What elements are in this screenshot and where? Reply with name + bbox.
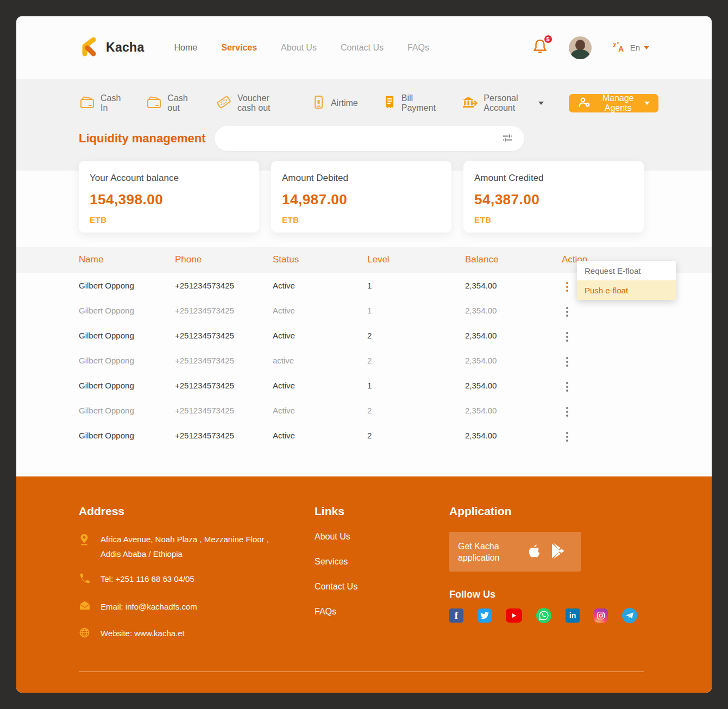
card-amount: 154,398.00 [90, 191, 248, 208]
service-cash-out[interactable]: Cash out [146, 93, 191, 113]
column-header-name: Name [79, 254, 175, 265]
cell-level: 1 [367, 306, 465, 315]
cell-status: Active [273, 281, 367, 290]
search-input[interactable] [227, 126, 500, 151]
column-header-phone: Phone [175, 254, 273, 265]
footer-link-services[interactable]: Services [315, 557, 449, 567]
brand-logo[interactable]: Kacha [79, 36, 145, 60]
footer-link-faqs[interactable]: FAQs [315, 607, 449, 617]
page-footer: Address Africa Avenue, Noah Plaza , Mezz… [16, 476, 712, 693]
address-website: Website: www.kacha.et [79, 626, 315, 643]
links-title: Links [315, 505, 449, 518]
cell-balance: 2,354.00 [465, 431, 562, 440]
globe-icon [79, 626, 91, 643]
get-app-card: Get Kacha application [449, 532, 581, 572]
footer-links-column: Links About Us Services Contact Us FAQs [315, 505, 449, 653]
amount-credited-card: Amount Credited 54,387.00 ETB [463, 161, 644, 233]
social-icons-row: f in [449, 608, 644, 623]
services-row: Cash In Cash out [79, 93, 658, 113]
agent-gear-icon [578, 96, 592, 110]
svg-text:z: z [613, 41, 617, 49]
service-cash-in[interactable]: Cash In [79, 93, 121, 113]
service-label: Bill Payment [401, 93, 436, 113]
wallet-icon [146, 95, 162, 112]
cell-level: 2 [367, 331, 465, 340]
cell-phone: +251234573425 [175, 381, 273, 390]
footer-link-about-us[interactable]: About Us [315, 532, 449, 542]
filter-button[interactable] [500, 131, 514, 147]
row-actions-kebab[interactable] [562, 380, 573, 394]
chevron-down-icon [538, 102, 544, 105]
service-voucher-cash-out[interactable]: Voucher cash out [216, 93, 286, 113]
service-airtime[interactable]: Airtime [311, 95, 358, 112]
kacha-logo-icon [79, 36, 101, 60]
cell-name: Gilbert Oppong [79, 281, 175, 290]
nav-services[interactable]: Services [221, 43, 257, 53]
location-pin-icon [79, 532, 91, 550]
column-header-level: Level [367, 254, 465, 265]
cell-status: active [273, 356, 367, 365]
service-bill-payment[interactable]: Bill Payment [383, 93, 436, 113]
youtube-icon[interactable] [506, 608, 522, 623]
column-header-status: Status [273, 254, 367, 265]
balance-cards-row: Your Account balance 154,398.00 ETB Amou… [79, 161, 712, 233]
cell-name: Gilbert Oppong [79, 431, 175, 440]
row-actions-kebab[interactable] [562, 405, 573, 419]
twitter-icon[interactable] [478, 608, 492, 623]
nav-home[interactable]: Home [174, 43, 198, 53]
row-actions-kebab[interactable] [562, 330, 573, 344]
google-play-button[interactable] [549, 542, 567, 562]
cell-name: Gilbert Oppong [79, 306, 175, 315]
instagram-icon[interactable] [594, 608, 608, 623]
user-avatar[interactable] [569, 36, 592, 59]
search-bar [215, 126, 524, 151]
address-tel: Tel: +251 116 68 63 04/05 [79, 572, 315, 589]
cell-status: Active [273, 306, 367, 315]
nav-faqs[interactable]: FAQs [407, 43, 429, 53]
row-actions-kebab[interactable] [562, 280, 573, 294]
address-line-1: Africa Avenue, Noah Plaza , Mezzanine Fl… [101, 535, 269, 544]
table-row: Gilbert Oppong+251234573425active22,354.… [16, 348, 712, 373]
translate-icon: z A [612, 40, 626, 55]
row-actions-kebab[interactable] [562, 305, 573, 319]
cell-name: Gilbert Oppong [79, 356, 175, 365]
whatsapp-icon[interactable] [536, 608, 551, 623]
cell-balance: 2,354.00 [465, 381, 562, 390]
app-store-button[interactable] [525, 542, 542, 562]
cell-balance: 2,354.00 [465, 406, 562, 415]
notifications-button[interactable]: 5 [532, 38, 548, 58]
nav-about-us[interactable]: About Us [281, 43, 317, 53]
personal-account-dropdown[interactable]: Personal Account [461, 93, 544, 113]
website-text: Website: www.kacha.et [101, 626, 185, 641]
facebook-icon[interactable]: f [449, 608, 463, 623]
cell-phone: +251234573425 [175, 356, 273, 365]
card-currency: ETB [474, 215, 633, 224]
cell-phone: +251234573425 [175, 431, 273, 440]
cell-balance: 2,354.00 [465, 331, 562, 340]
footer-link-contact-us[interactable]: Contact Us [315, 582, 449, 592]
table-row: Gilbert Oppong+251234573425Active22,354.… [16, 398, 712, 423]
row-actions-kebab[interactable] [562, 430, 573, 444]
language-selector[interactable]: z A En [612, 40, 649, 55]
telegram-icon[interactable] [622, 608, 637, 623]
agents-table: Name Phone Status Level Balance Action G… [16, 247, 712, 476]
footer-divider [79, 672, 644, 672]
apple-icon [525, 542, 542, 562]
card-currency: ETB [90, 215, 248, 224]
table-row: Gilbert Oppong+251234573425Active12,354.… [16, 373, 712, 398]
nav-contact-us[interactable]: Contact Us [341, 43, 384, 53]
menu-item-push-e-float[interactable]: Push e-float [577, 280, 676, 300]
notification-count-badge: 5 [543, 34, 553, 44]
linkedin-icon[interactable]: in [566, 608, 580, 623]
cell-level: 1 [367, 281, 465, 290]
account-balance-card: Your Account balance 154,398.00 ETB [79, 161, 259, 233]
row-actions-kebab[interactable] [562, 355, 573, 369]
svg-text:A: A [618, 45, 624, 53]
service-label: Personal Account [484, 93, 530, 113]
top-navigation-bar: Kacha Home Services About Us Contact Us … [16, 16, 712, 79]
row-action-menu: Request E-float Push e-float [577, 261, 676, 300]
follow-us-title: Follow Us [449, 589, 644, 600]
menu-item-request-e-float[interactable]: Request E-float [577, 261, 676, 280]
manage-agents-button[interactable]: Manage Agents [569, 94, 658, 112]
cell-balance: 2,354.00 [465, 281, 562, 290]
